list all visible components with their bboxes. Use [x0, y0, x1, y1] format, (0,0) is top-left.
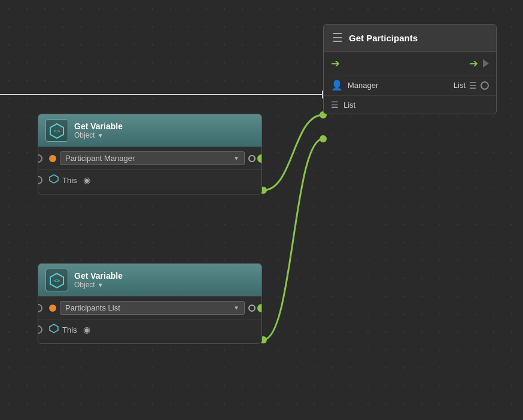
node-1-header: <> Get Variable Object ▼ [38, 114, 262, 147]
manager-row: 👤 Manager List ☰ [324, 75, 496, 95]
node-1-title: Get Variable [74, 121, 123, 131]
node-1-var-label: Participant Manager [65, 154, 135, 163]
node-2-header: <> Get Variable Object ▼ [38, 264, 262, 296]
node-1-self-icon [49, 174, 59, 186]
svg-marker-11 [50, 324, 58, 333]
node-1-output-dot [257, 154, 262, 163]
node-1-subtitle-area: Object ▼ [74, 131, 123, 139]
node-2-orange-dot [49, 305, 56, 312]
get-variable-node-2: <> Get Variable Object ▼ Participants Li… [38, 263, 262, 344]
list-row-label: List [343, 101, 355, 109]
node-1-self-label: This [62, 176, 77, 185]
list-icon-right: ☰ [469, 81, 477, 90]
node-2-subtitle: Object [74, 281, 95, 289]
node-title: Get Participants [349, 33, 418, 43]
node-1-self-left-pin [38, 176, 42, 184]
node-1-orange-dot [49, 155, 56, 162]
node-1-left-pin [38, 154, 42, 163]
node-2-dropdown-arrow[interactable]: ▼ [98, 282, 104, 288]
list-label: List [454, 81, 466, 90]
svg-text:<>: <> [54, 278, 60, 284]
node-2-right-pin [248, 305, 256, 312]
node-1-footer [38, 190, 262, 194]
node-1-self-pin-icon: ◉ [83, 175, 90, 185]
node-2-left-pin [38, 304, 42, 312]
exec-out-triangle [483, 59, 489, 68]
node-2-self-icon [49, 324, 59, 336]
node-header: ☰ Get Participants [324, 25, 496, 51]
list-row: ☰ List [324, 95, 496, 114]
node-2-subtitle-area: Object ▼ [74, 281, 123, 289]
get-participants-node: ☰ Get Participants ➔ ➔ 👤 Manager List ☰ … [323, 24, 497, 114]
exec-in-arrow: ➔ [331, 57, 340, 70]
node-2-self-row: This ◉ [38, 319, 262, 340]
svg-text:<>: <> [54, 128, 60, 134]
node-1-var-row: Participant Manager ▼ [38, 147, 262, 169]
node-2-self-left-pin [38, 325, 42, 334]
node-1-var-dropdown[interactable]: Participant Manager ▼ [60, 151, 245, 165]
node-2-self-label: This [62, 325, 77, 334]
node-2-var-row: Participants List ▼ [38, 296, 262, 319]
get-variable-node-1: <> Get Variable Object ▼ Participant Man… [38, 114, 262, 194]
svg-point-5 [320, 135, 327, 142]
node-2-output-dot [257, 304, 262, 312]
node-2-footer [38, 340, 262, 343]
list-icon: ☰ [332, 31, 343, 45]
node-1-title-area: Get Variable Object ▼ [74, 121, 123, 139]
node-2-var-dropdown[interactable]: Participants List ▼ [60, 301, 245, 315]
node-1-var-dropdown-arrow: ▼ [233, 155, 239, 162]
node-1-icon: <> [45, 119, 68, 142]
svg-marker-8 [50, 175, 58, 183]
node-2-icon: <> [45, 269, 68, 291]
manager-out-pin [481, 81, 489, 90]
node-2-var-label: Participants List [65, 303, 120, 312]
node-2-self-pin-icon: ◉ [83, 325, 90, 334]
manager-label: Manager [348, 81, 378, 90]
list-row-icon: ☰ [331, 100, 339, 109]
manager-icon: 👤 [331, 80, 343, 91]
node-1-subtitle: Object [74, 131, 95, 139]
exec-row: ➔ ➔ [324, 51, 496, 75]
node-2-var-dropdown-arrow: ▼ [233, 305, 239, 311]
exec-out-arrow: ➔ [469, 57, 478, 70]
node-2-title: Get Variable [74, 271, 123, 281]
node-1-self-row: This ◉ [38, 169, 262, 190]
node-1-dropdown-arrow[interactable]: ▼ [98, 132, 104, 139]
node-2-title-area: Get Variable Object ▼ [74, 271, 123, 289]
node-1-right-pin [248, 155, 256, 162]
